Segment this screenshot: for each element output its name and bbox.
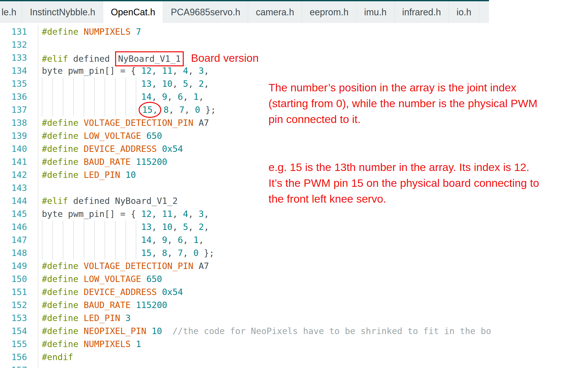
code-token: 650 xyxy=(146,131,162,141)
code-token: , xyxy=(204,66,209,76)
code-token: 3 xyxy=(199,66,204,76)
tab-camera.h[interactable]: camera.h xyxy=(248,1,302,23)
line-number: 155 xyxy=(0,338,38,351)
tab-eeprom.h[interactable]: eeprom.h xyxy=(302,1,357,23)
code-token: 3 xyxy=(126,313,131,323)
code-token: 4 xyxy=(183,66,188,76)
code-text xyxy=(38,364,42,368)
code-text: #define NUMPIXELS 7 xyxy=(38,25,141,38)
line-number: 133 xyxy=(0,51,38,64)
code-token xyxy=(78,313,83,323)
code-token: #define xyxy=(42,118,78,128)
code-token: #define xyxy=(42,144,78,154)
code-text: byte pwm_pin[] = { 12, 11, 4, 3, xyxy=(38,207,209,220)
line-number: 142 xyxy=(0,168,38,181)
code-token: , xyxy=(188,66,199,76)
code-text: #endif xyxy=(38,351,73,364)
code-text: #define NUMPIXELS 1 xyxy=(38,338,141,351)
code-text: #define BAUD_RATE 115200 xyxy=(38,299,167,312)
code-token: , xyxy=(152,92,162,102)
tab-infrared.h[interactable]: infrared.h xyxy=(395,1,449,23)
code-token: , xyxy=(152,79,162,89)
code-token: , xyxy=(152,248,162,258)
tab-InstinctNybble.h[interactable]: InstinctNybble.h xyxy=(22,1,103,23)
code-token: 0x54 xyxy=(162,287,183,297)
code-token: , xyxy=(167,92,178,102)
code-token: , xyxy=(173,79,183,89)
code-token: , xyxy=(183,235,193,245)
code-text: 14, 9, 6, 1, xyxy=(38,90,204,103)
code-token: , xyxy=(185,105,195,115)
tab-imu.h[interactable]: imu.h xyxy=(357,1,395,23)
code-text: 15, 8, 7, 0 }; xyxy=(38,247,214,260)
line-number: 150 xyxy=(0,273,38,286)
line-number: 138 xyxy=(0,116,38,129)
code-token: , xyxy=(188,79,199,89)
code-token: DEVICE_ADDRESS xyxy=(84,287,157,297)
code-token: , xyxy=(152,66,162,76)
code-token: }; xyxy=(199,248,214,258)
code-token: , xyxy=(204,209,209,219)
code-token: 0 xyxy=(195,105,200,115)
code-token: 15 xyxy=(141,248,152,258)
code-text: #define LED_PIN 3 xyxy=(38,312,131,325)
code-token: //the code for NeoPixels have to be shri… xyxy=(173,326,491,336)
code-token: 7 xyxy=(179,105,184,115)
code-token: #define xyxy=(42,27,78,37)
code-token: , xyxy=(199,92,204,102)
code-text: 13, 10, 5, 2, xyxy=(38,77,209,90)
tab-PCA9685servo.h[interactable]: PCA9685servo.h xyxy=(163,1,248,23)
code-token: 7 xyxy=(136,27,141,37)
code-line: 155#define NUMPIXELS 1 xyxy=(0,338,588,351)
tab-OpenCat.h[interactable]: OpenCat.h xyxy=(103,1,163,23)
code-token: , xyxy=(167,248,178,258)
code-line: 14714, 9, 6, 1, xyxy=(0,234,588,247)
code-token: , xyxy=(204,79,209,89)
code-token xyxy=(78,170,83,180)
annotation-board-version: Board version xyxy=(191,52,259,64)
tab-io.h[interactable]: io.h xyxy=(449,1,479,23)
code-line: 154#define NEOPIXEL_PIN 10 //the code fo… xyxy=(0,325,588,338)
code-token: 1 xyxy=(136,339,141,349)
code-token: , xyxy=(152,209,162,219)
code-text: #define VOLTAGE_DETECTION_PIN A7 xyxy=(38,116,209,129)
code-token: , xyxy=(173,222,183,232)
line-number: 137 xyxy=(0,103,38,116)
code-token: , xyxy=(152,235,162,245)
code-token xyxy=(78,118,83,128)
code-line: 132 xyxy=(0,38,588,51)
code-token: BAUD_RATE xyxy=(84,300,131,310)
line-number: 136 xyxy=(0,90,38,103)
code-token: 9 xyxy=(162,92,167,102)
line-number: 151 xyxy=(0,286,38,299)
code-line: 153#define LED_PIN 3 xyxy=(0,312,588,325)
code-token: 14 xyxy=(141,92,152,102)
code-line: 156#endif xyxy=(0,351,588,364)
code-token: #define xyxy=(42,313,78,323)
code-token: #endif xyxy=(42,352,73,362)
tab-le.h[interactable]: le.h xyxy=(0,1,22,23)
code-text: #define LOW_VOLTAGE 650 xyxy=(38,273,162,286)
code-token xyxy=(131,157,136,167)
annotation-paragraph-1: The number’s position in the array is th… xyxy=(268,80,588,127)
code-token xyxy=(131,339,136,349)
code-token xyxy=(141,274,146,284)
code-token: #elif xyxy=(42,196,68,206)
line-number: 144 xyxy=(0,194,38,207)
code-text: #define DEVICE_ADDRESS 0x54 xyxy=(38,286,183,299)
code-token: 2 xyxy=(199,222,204,232)
code-token xyxy=(78,274,83,284)
code-token: , xyxy=(167,235,178,245)
code-token xyxy=(120,313,125,323)
code-token: 1 xyxy=(193,92,199,102)
code-token: 12 xyxy=(141,209,152,219)
line-number: 157 xyxy=(0,364,38,368)
code-line: 157 xyxy=(0,364,588,368)
line-number: 134 xyxy=(0,64,38,77)
code-token: 14 xyxy=(141,235,152,245)
code-token: #define xyxy=(42,170,78,180)
code-token xyxy=(131,27,136,37)
code-text: #define VOLTAGE_DETECTION_PIN A7 xyxy=(38,260,209,273)
code-token xyxy=(78,339,83,349)
editor-tab-bar: le.hInstinctNybble.hOpenCat.hPCA9685serv… xyxy=(0,0,489,23)
